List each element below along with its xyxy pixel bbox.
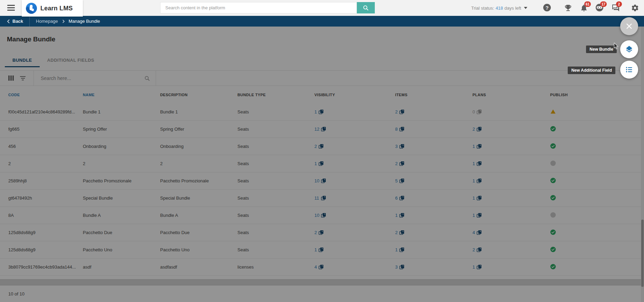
modal-overlay[interactable] — [0, 27, 644, 302]
fab-close-button[interactable] — [620, 17, 638, 35]
notifications-badge: 61 — [584, 1, 591, 7]
chevron-right-icon — [62, 20, 65, 23]
breadcrumb-homepage[interactable]: Homepage — [36, 19, 58, 24]
trophy-icon — [564, 4, 572, 12]
global-search-input[interactable] — [160, 2, 357, 13]
back-button[interactable]: Back — [0, 19, 23, 24]
trial-status-label: Trial status: — [471, 6, 494, 11]
trial-days-left: 418 — [496, 6, 503, 11]
new-additional-field-button[interactable] — [620, 61, 638, 79]
chevron-left-icon — [7, 19, 10, 23]
gear-icon — [631, 4, 639, 12]
notifications-button[interactable]: 61 — [580, 4, 588, 12]
list-icon — [625, 66, 633, 74]
admin-settings-button[interactable] — [631, 4, 639, 12]
new-bundle-button[interactable] — [620, 40, 638, 58]
logo-text: Learn LMS — [40, 5, 73, 12]
logo-icon — [26, 3, 37, 14]
top-header: Learn LMS Trial status: 418 days left ? — [0, 0, 644, 16]
gamification-button[interactable] — [564, 4, 572, 12]
new-bundle-tooltip: New Bundle — [586, 46, 617, 53]
messages-button[interactable]: 2 — [612, 4, 620, 12]
search-icon — [363, 5, 369, 11]
chevron-down-icon — [524, 7, 527, 9]
coach-badge: 17 — [600, 1, 607, 7]
help-button[interactable]: ? — [543, 4, 552, 12]
logo[interactable]: Learn LMS — [22, 0, 83, 17]
global-search — [160, 2, 375, 13]
virtual-coach-button[interactable]: 17 — [596, 4, 604, 12]
help-icon: ? — [543, 4, 551, 11]
breadcrumb: Homepage Manage Bundle — [30, 19, 100, 24]
mouse-cursor — [613, 43, 619, 50]
header-right-cluster: Trial status: 418 days left ? 61 17 2 — [471, 0, 639, 16]
trial-status-suffix: days left — [505, 6, 521, 11]
global-search-button[interactable] — [357, 2, 375, 13]
layers-icon — [625, 45, 633, 53]
close-icon — [626, 23, 633, 30]
breadcrumb-bar: Back Homepage Manage Bundle — [0, 16, 644, 27]
trial-status[interactable]: Trial status: 418 days left — [471, 6, 527, 11]
back-label: Back — [12, 19, 23, 24]
hamburger-menu-icon[interactable] — [7, 5, 15, 11]
app-window: Learn LMS Trial status: 418 days left ? — [0, 0, 644, 302]
new-additional-field-tooltip: New Additional Field — [568, 67, 615, 74]
messages-badge: 2 — [616, 1, 622, 7]
breadcrumb-current[interactable]: Manage Bundle — [69, 19, 100, 24]
